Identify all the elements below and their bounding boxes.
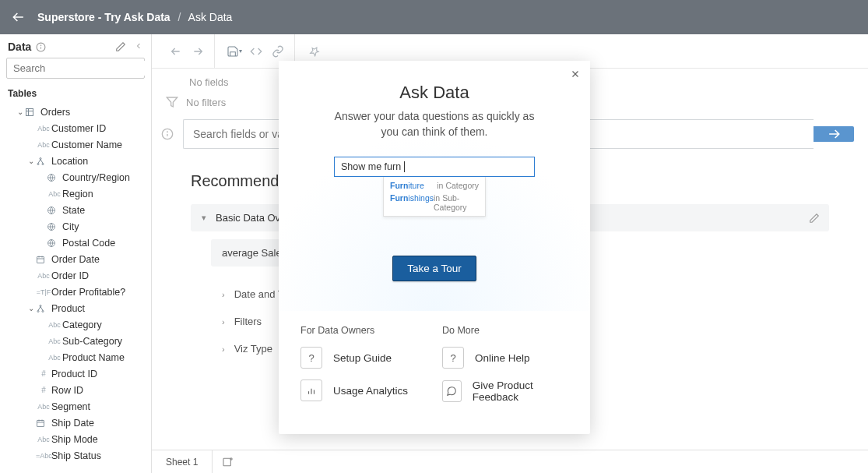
take-tour-button[interactable]: Take a Tour <box>392 256 476 281</box>
close-modal-button[interactable] <box>570 69 581 79</box>
svg-point-8 <box>40 157 41 159</box>
sidebar-search-input[interactable] <box>12 61 146 76</box>
field-type-icon: Abc <box>36 435 51 443</box>
svg-rect-30 <box>37 420 44 426</box>
feedback-link[interactable]: Give Product Feedback <box>442 379 568 403</box>
svg-line-11 <box>38 159 40 163</box>
field-type-icon: # <box>36 386 51 394</box>
field-label: Postal Code <box>62 238 115 249</box>
filter-icon <box>166 96 178 108</box>
field-label: Customer ID <box>51 123 106 134</box>
field-tree-item[interactable]: =AbcShip Status <box>0 447 151 464</box>
field-type-icon <box>47 222 62 231</box>
field-label: Order Profitable? <box>51 287 125 298</box>
setup-guide-link[interactable]: ? Setup Guide <box>300 347 427 369</box>
field-type-icon: Abc <box>47 353 62 362</box>
field-tree-item[interactable]: ⌄Orders <box>0 104 151 120</box>
link-button[interactable] <box>268 41 288 62</box>
field-tree-item[interactable]: Postal Code <box>0 235 151 251</box>
field-type-icon: Abc <box>36 271 51 280</box>
save-button[interactable]: ▾ <box>224 41 244 62</box>
field-tree-item[interactable]: Order Date <box>0 251 151 267</box>
breadcrumb: Superstore - Try Ask Data / Ask Data <box>37 11 232 23</box>
field-label: Order Date <box>51 254 100 265</box>
svg-point-37 <box>167 132 168 132</box>
field-tree-item[interactable]: AbcSub-Category <box>0 333 151 349</box>
top-bar: Superstore - Try Ask Data / Ask Data <box>0 0 868 34</box>
feedback-icon <box>442 380 462 402</box>
ask-data-intro-modal: Ask Data Answer your data questions as q… <box>279 61 590 434</box>
modal-col1-title: For Data Owners <box>300 325 427 336</box>
modal-title: Ask Data <box>300 83 568 103</box>
svg-point-25 <box>40 305 41 306</box>
field-tree-item[interactable]: AbcCustomer ID <box>0 120 151 136</box>
field-tree-item[interactable]: #Row ID <box>0 382 151 398</box>
nav-back-button[interactable] <box>166 41 186 62</box>
edit-icon[interactable] <box>115 41 126 52</box>
demo-search-illustration: Show me furn <box>334 157 535 177</box>
embed-button[interactable] <box>246 41 266 62</box>
field-tree: ⌄OrdersAbcCustomer IDAbcCustomer Name⌄Lo… <box>0 104 151 473</box>
modal-subtitle: Answer your data questions as quickly as… <box>333 109 536 139</box>
demo-dropdown-illustration: Furniturein Category Furnishingsin Sub-C… <box>383 177 486 217</box>
field-type-icon <box>25 108 40 117</box>
field-label: Customer Name <box>51 139 122 150</box>
chevron-right-icon: › <box>222 344 225 354</box>
field-tree-item[interactable]: AbcRegion <box>0 185 151 202</box>
svg-point-9 <box>37 163 39 164</box>
field-label: State <box>62 205 85 216</box>
field-type-icon <box>36 255 51 264</box>
field-tree-item[interactable]: City <box>0 218 151 235</box>
field-tree-item[interactable]: AbcOrder ID <box>0 267 151 284</box>
field-label: Row ID <box>51 385 83 396</box>
breadcrumb-parent[interactable]: Superstore - Try Ask Data <box>37 11 170 23</box>
field-tree-item[interactable]: ⌄Product <box>0 300 151 316</box>
field-tree-item[interactable]: =T|FOrder Profitable? <box>0 284 151 300</box>
sheet-tab[interactable]: Sheet 1 <box>152 450 213 473</box>
field-type-icon: Abc <box>36 140 51 149</box>
field-tree-item[interactable]: AbcProduct Name <box>0 349 151 365</box>
field-label: Segment <box>51 401 90 412</box>
field-tree-item[interactable]: AbcShip Mode <box>0 431 151 447</box>
field-type-icon: Abc <box>47 189 62 198</box>
field-tree-item[interactable]: AbcCategory <box>0 316 151 333</box>
field-label: Order ID <box>51 270 89 281</box>
field-label: Category <box>62 319 102 330</box>
field-label: City <box>62 221 79 232</box>
usage-analytics-link[interactable]: Usage Analytics <box>300 379 427 401</box>
field-tree-item[interactable]: State <box>0 202 151 218</box>
field-tree-item[interactable]: ⌄Location <box>0 153 151 169</box>
online-help-link[interactable]: ? Online Help <box>442 347 568 369</box>
field-type-icon <box>36 418 51 428</box>
tree-caret-icon: ⌄ <box>16 108 25 116</box>
field-tree-item[interactable]: AbcCustomer Name <box>0 136 151 153</box>
add-sheet-button[interactable] <box>213 456 244 468</box>
tree-caret-icon: ⌄ <box>26 304 36 312</box>
field-label: Product ID <box>51 369 97 379</box>
svg-marker-34 <box>167 97 177 107</box>
field-tree-item[interactable]: #Product ID <box>0 365 151 382</box>
modal-col2-title: Do More <box>442 325 568 336</box>
field-label: Sub-Category <box>62 336 122 347</box>
sidebar-search[interactable] <box>6 58 145 79</box>
info-icon[interactable] <box>161 128 177 140</box>
field-tree-item[interactable]: Country/Region <box>0 169 151 185</box>
field-type-icon <box>36 304 51 313</box>
svg-line-29 <box>40 306 43 310</box>
nav-forward-button[interactable] <box>188 41 208 62</box>
help-icon: ? <box>300 347 322 369</box>
chevron-right-icon: › <box>222 290 225 299</box>
field-label: Ship Date <box>51 418 94 429</box>
field-tree-item[interactable]: AbcSegment <box>0 398 151 415</box>
pin-button[interactable] <box>304 41 325 62</box>
svg-point-27 <box>42 310 44 312</box>
svg-rect-21 <box>37 256 44 263</box>
edit-icon[interactable] <box>809 213 820 224</box>
field-type-icon <box>36 157 51 166</box>
back-arrow-button[interactable] <box>9 8 28 26</box>
info-icon[interactable] <box>36 42 46 52</box>
submit-query-button[interactable] <box>814 126 854 142</box>
collapse-sidebar-icon[interactable] <box>134 41 143 51</box>
field-tree-item[interactable]: Ship Date <box>0 415 151 431</box>
svg-point-2 <box>41 45 42 46</box>
